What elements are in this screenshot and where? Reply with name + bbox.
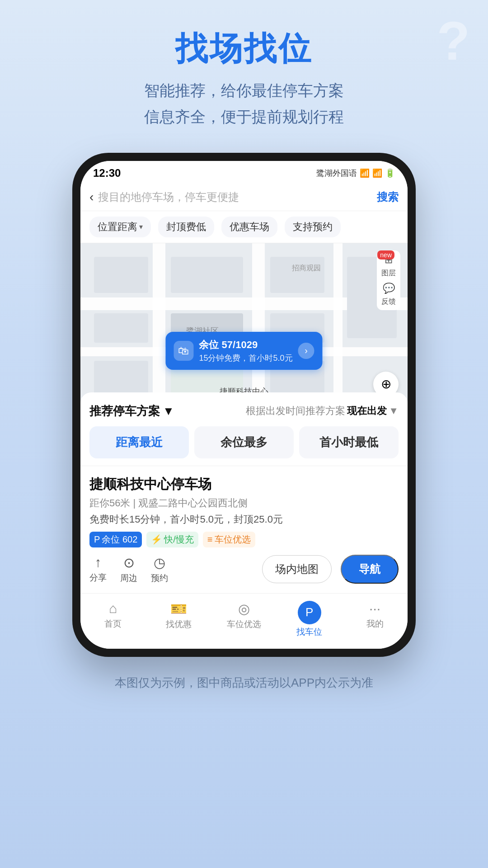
disclaimer: 本图仅为示例，图中商品或活动以APP内公示为准 [79, 675, 409, 691]
parking-price: 免费时长15分钟，首小时5.0元，封顶25.0元 [89, 513, 399, 526]
filter-bar: 位置距离 ▾ 封顶费低 优惠车场 支持预约 [80, 211, 408, 243]
nav-deals[interactable]: 🎫 找优惠 [146, 601, 211, 638]
map-area[interactable]: 鹭湖社区 招商观园 ⊞ new 图层 💬 反馈 🛍 [80, 243, 408, 406]
nav-preferred[interactable]: ◎ 车位优选 [211, 601, 277, 638]
panel-title: 推荐停车方案 ▼ [89, 403, 174, 419]
filter-price[interactable]: 封顶费低 [158, 217, 214, 237]
charging-icon: ⚡ [151, 534, 162, 545]
svg-text:招商观园: 招商观园 [291, 264, 321, 272]
chevron-down-icon: ▾ [139, 222, 143, 231]
clock-icon: ◷ [154, 555, 165, 571]
svg-rect-8 [171, 257, 243, 293]
filter-location[interactable]: 位置距离 ▾ [89, 217, 151, 237]
sort-tab-nearest[interactable]: 距离最近 [89, 426, 189, 458]
parking-tags: P 余位 602 ⚡ 快/慢充 ≡ 车位优选 [89, 532, 399, 547]
wifi-icon: 📶 [360, 168, 370, 178]
indoor-map-button[interactable]: 场内地图 [262, 555, 332, 583]
map-svg: 鹭湖社区 招商观园 [80, 243, 408, 406]
action-icons: ↑ 分享 ⊙ 周边 ◷ 预约 [89, 555, 168, 584]
search-input[interactable]: 搜目的地停车场，停车更便捷 [98, 190, 372, 204]
home-icon: ⌂ [109, 601, 117, 616]
svg-rect-10 [270, 257, 324, 293]
page-subtitle: 智能推荐，给你最佳停车方案 信息齐全，便于提前规划行程 [144, 78, 344, 130]
phone-screen: 12:30 鹭湖外国语 📶 📶 🔋 ‹ 搜目的地停车场，停车更便捷 搜索 位置距… [80, 161, 408, 649]
back-button[interactable]: ‹ [89, 190, 94, 204]
nav-home[interactable]: ⌂ 首页 [80, 601, 146, 638]
reserve-button[interactable]: ◷ 预约 [151, 555, 168, 584]
find-parking-icon: P [298, 601, 321, 624]
nearby-icon: ⊙ [123, 555, 135, 571]
decorative-question-mark: ? [437, 14, 470, 68]
feedback-icon: 💬 [383, 283, 395, 294]
nearby-button[interactable]: ⊙ 周边 [120, 555, 137, 584]
bottom-nav: ⌂ 首页 🎫 找优惠 ◎ 车位优选 P 找车位 ··· 我的 [80, 593, 408, 649]
new-badge: new [377, 250, 394, 259]
preferred-nav-icon: ◎ [238, 601, 250, 617]
feedback-label: 反馈 [381, 297, 396, 307]
parking-name: 捷顺科技中心停车场 [89, 475, 399, 494]
tag-spots: P 余位 602 [89, 532, 142, 547]
sort-tab-most-spots[interactable]: 余位最多 [194, 426, 294, 458]
phone-frame: 12:30 鹭湖外国语 📶 📶 🔋 ‹ 搜目的地停车场，停车更便捷 搜索 位置距… [72, 153, 416, 657]
status-bar: 12:30 鹭湖外国语 📶 📶 🔋 [80, 161, 408, 184]
depart-now: 现在出发 [347, 404, 387, 418]
svg-rect-4 [252, 243, 265, 406]
deals-icon: 🎫 [170, 601, 187, 617]
parking-distance-address: 距你56米 | 观盛二路中心公园西北侧 [89, 496, 399, 510]
parking-actions: ↑ 分享 ⊙ 周边 ◷ 预约 场内地图 导航 [89, 555, 399, 584]
popup-arrow[interactable]: › [298, 343, 314, 359]
nav-find-parking[interactable]: P 找车位 [277, 601, 342, 638]
phone-mockup: 12:30 鹭湖外国语 📶 📶 🔋 ‹ 搜目的地停车场，停车更便捷 搜索 位置距… [72, 153, 416, 657]
page-title: 找场找位 [175, 27, 313, 71]
popup-info: 余位 57/1029 15分钟免费，首小时5.0元 [199, 338, 292, 363]
mine-icon: ··· [369, 601, 380, 616]
svg-rect-3 [153, 243, 165, 406]
svg-rect-7 [94, 313, 148, 343]
preferred-icon: ≡ [207, 534, 213, 545]
svg-rect-5 [333, 243, 343, 406]
battery-icon: 🔋 [385, 168, 395, 178]
status-time: 12:30 [93, 167, 121, 179]
map-parking-popup[interactable]: 🛍 余位 57/1029 15分钟免费，首小时5.0元 › [165, 332, 322, 370]
search-button[interactable]: 搜索 [377, 190, 399, 204]
status-icons: 鹭湖外国语 📶 📶 🔋 [316, 168, 395, 179]
map-layer-button[interactable]: ⊞ new 图层 💬 反馈 [377, 250, 400, 310]
tag-preferred: ≡ 车位优选 [203, 532, 255, 547]
panel-depart[interactable]: 根据出发时间推荐方案 现在出发 ▼ [246, 404, 399, 418]
popup-price: 15分钟免费，首小时5.0元 [199, 353, 292, 363]
nav-mine[interactable]: ··· 我的 [342, 601, 408, 638]
sort-tabs: 距离最近 余位最多 首小时最低 [89, 426, 399, 458]
filter-discount[interactable]: 优惠车场 [221, 217, 277, 237]
filter-reservation[interactable]: 支持预约 [285, 217, 341, 237]
popup-parking-icon: 🛍 [174, 341, 193, 361]
layer-label: 图层 [381, 269, 396, 278]
panel-header: 推荐停车方案 ▼ 根据出发时间推荐方案 现在出发 ▼ [89, 403, 399, 419]
svg-rect-6 [94, 257, 148, 293]
share-icon: ↑ [95, 555, 102, 570]
signal-icon: 📶 [372, 168, 382, 178]
bottom-panel: 推荐停车方案 ▼ 根据出发时间推荐方案 现在出发 ▼ 距离最近 余位最多 首小时… [80, 392, 408, 466]
tag-charging: ⚡ 快/慢充 [146, 532, 198, 547]
navigate-button[interactable]: 导航 [341, 555, 399, 584]
popup-spots: 余位 57/1029 [199, 338, 292, 352]
status-carrier: 鹭湖外国语 [316, 168, 357, 179]
parking-card: 捷顺科技中心停车场 距你56米 | 观盛二路中心公园西北侧 免费时长15分钟，首… [80, 466, 408, 593]
sort-tab-cheapest[interactable]: 首小时最低 [299, 426, 399, 458]
share-button[interactable]: ↑ 分享 [89, 555, 107, 584]
search-bar[interactable]: ‹ 搜目的地停车场，停车更便捷 搜索 [80, 184, 408, 211]
panel-title-arrow: ▼ [163, 404, 174, 418]
parking-p-icon: P [94, 534, 100, 545]
depart-arrow: ▼ [389, 405, 399, 417]
svg-rect-12 [94, 361, 148, 397]
